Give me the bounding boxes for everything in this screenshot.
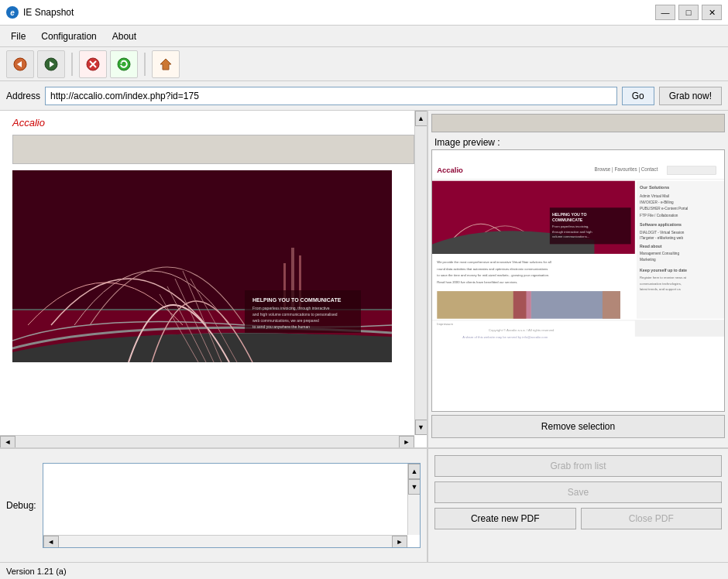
debug-scroll-left[interactable]: ◄ <box>43 536 59 548</box>
toolbar-separator-1 <box>71 53 73 76</box>
svg-text:round data activities that aut: round data activities that automates and… <box>437 267 548 271</box>
svg-text:From paperless invoicing,: From paperless invoicing, <box>552 224 589 228</box>
page-title-area: Accalio <box>0 111 427 135</box>
close-pdf-button[interactable]: Close PDF <box>581 508 723 529</box>
forward-button[interactable] <box>37 50 65 78</box>
window-controls: — □ ✕ <box>655 5 722 20</box>
remove-selection-button[interactable]: Remove selection <box>431 415 725 438</box>
home-button[interactable] <box>152 50 180 78</box>
scroll-right-arrow[interactable]: ► <box>399 436 414 448</box>
svg-text:FTP File / Collaboration: FTP File / Collaboration <box>640 214 678 218</box>
svg-text:PUBLISHER e-Content Portal: PUBLISHER e-Content Portal <box>640 207 688 211</box>
svg-text:A share of this website may be: A share of this website may be served by… <box>462 335 548 339</box>
svg-text:HELPING YOU TO COMMUNICATE: HELPING YOU TO COMMUNICATE <box>252 297 342 303</box>
maximize-button[interactable]: □ <box>678 5 699 20</box>
preview-top-bar <box>431 114 725 132</box>
preview-website: Accalio Browse | Favourites | Contact <box>432 150 724 411</box>
create-new-pdf-button[interactable]: Create new PDF <box>434 508 576 529</box>
browser-scrollbar-h[interactable]: ◄ ► <box>0 435 414 447</box>
bottom-row-buttons: Create new PDF Close PDF <box>434 508 722 529</box>
bottom-area: Debug: ▲ ▼ ◄ ► Grab from list Save Creat… <box>0 447 728 562</box>
save-button[interactable]: Save <box>434 481 722 503</box>
svg-text:Browse | Favourites | Contact: Browse | Favourites | Contact <box>594 166 658 173</box>
svg-text:DIALOGIT - Virtual Session: DIALOGIT - Virtual Session <box>640 231 685 235</box>
preview-label: Image preview : <box>431 135 725 149</box>
svg-text:Impressum: Impressum <box>437 322 453 326</box>
status-bar: Version 1.21 (a) <box>0 562 728 579</box>
debug-scroll-right[interactable]: ► <box>392 536 407 548</box>
right-bottom: Remove selection <box>431 412 725 444</box>
svg-text:Keep yourself up to date: Keep yourself up to date <box>640 268 687 272</box>
svg-text:Read about: Read about <box>640 244 662 248</box>
version-text: Version 1.21 (a) <box>6 567 67 576</box>
browser-view[interactable]: Accalio <box>0 111 427 447</box>
page-title: Accalio <box>12 117 45 128</box>
svg-rect-58 <box>603 291 620 319</box>
debug-label: Debug: <box>6 500 36 511</box>
svg-rect-61 <box>635 320 724 337</box>
scroll-up-arrow[interactable]: ▲ <box>415 111 428 126</box>
svg-text:From paperless invoicing, thro: From paperless invoicing, through intera… <box>252 306 330 310</box>
scroll-left-arrow[interactable]: ◄ <box>0 436 15 448</box>
svg-text:We provide the most comprehens: We provide the most comprehensive and in… <box>437 261 551 265</box>
menu-file[interactable]: File <box>3 28 33 45</box>
grab-from-list-button[interactable]: Grab from list <box>434 455 722 477</box>
refresh-button[interactable] <box>110 50 138 78</box>
preview-container[interactable]: Accalio Browse | Favourites | Contact <box>431 149 725 412</box>
go-button[interactable]: Go <box>622 87 654 105</box>
svg-text:web communications, we are pre: web communications, we are prepared <box>252 318 319 323</box>
app-icon: e <box>6 6 19 19</box>
svg-rect-25 <box>668 166 716 174</box>
svg-text:latest trends, and support us: latest trends, and support us <box>640 287 681 291</box>
menu-about[interactable]: About <box>105 28 144 45</box>
svg-text:Accalio: Accalio <box>437 166 463 174</box>
svg-text:volume communications...: volume communications... <box>552 235 589 238</box>
bridge-image: HELPING YOU TO COMMUNICATE From paperles… <box>12 170 392 362</box>
toolbar <box>0 47 728 81</box>
window-title: IE Snapshot <box>23 7 655 18</box>
svg-text:Register here to receive news : Register here to receive news at <box>640 276 687 279</box>
browser-panel: Accalio <box>0 111 428 447</box>
debug-scrollbar-h[interactable]: ◄ ► <box>43 535 407 547</box>
svg-text:COMMUNICATE: COMMUNICATE <box>552 218 583 222</box>
svg-rect-55 <box>437 291 526 319</box>
svg-text:to save the time and money for: to save the time and money for mid-sized… <box>437 273 549 277</box>
close-button[interactable]: ✕ <box>702 5 722 20</box>
back-button[interactable] <box>6 50 34 78</box>
debug-textarea-container: ▲ ▼ ◄ ► <box>43 463 421 548</box>
debug-panel: Debug: ▲ ▼ ◄ ► <box>0 449 428 562</box>
preview-panel: Image preview : Accalio Browse | Favouri… <box>428 111 728 447</box>
title-bar: e IE Snapshot — □ ✕ <box>0 0 728 26</box>
svg-text:Read how 2000 live clients hav: Read how 2000 live clients have benefitt… <box>437 280 517 284</box>
stop-button[interactable] <box>79 50 107 78</box>
svg-text:to send you anywhere the human: to send you anywhere the human <box>252 324 310 329</box>
debug-scroll-down[interactable]: ▼ <box>408 479 421 495</box>
scroll-track-h[interactable] <box>15 436 399 447</box>
svg-text:HELPING YOU TO: HELPING YOU TO <box>552 212 586 217</box>
browser-content: Accalio <box>0 111 427 447</box>
grab-now-button[interactable]: Grab now! <box>659 87 722 105</box>
svg-text:and high volume communications: and high volume communications to person… <box>252 312 338 317</box>
svg-text:Software applications: Software applications <box>640 222 682 227</box>
svg-text:INVOICER - e-Billing: INVOICER - e-Billing <box>640 200 674 204</box>
scroll-down-arrow[interactable]: ▼ <box>415 420 428 435</box>
browser-scrollbar-v[interactable]: ▲ ▼ <box>414 111 427 435</box>
address-label: Address <box>6 91 40 101</box>
menu-configuration[interactable]: Configuration <box>33 28 104 45</box>
scroll-track-v[interactable] <box>415 126 427 420</box>
main-content: Accalio <box>0 111 728 447</box>
svg-text:ITargeter - eMarketing web: ITargeter - eMarketing web <box>640 236 683 240</box>
svg-text:Management Consulting: Management Consulting <box>640 252 679 255</box>
address-input[interactable] <box>45 87 617 105</box>
right-action-buttons: Grab from list Save Create new PDF Close… <box>428 449 728 562</box>
svg-point-7 <box>118 58 130 70</box>
svg-rect-11 <box>12 170 392 310</box>
page-toolbar-area <box>12 135 414 164</box>
debug-scrollbar-v[interactable]: ▲ ▼ <box>407 464 420 535</box>
minimize-button[interactable]: — <box>655 5 675 20</box>
menu-bar: File Configuration About <box>0 26 728 47</box>
svg-text:Marketing: Marketing <box>640 258 656 262</box>
svg-text:Copyright © Accalio a.s.a. / A: Copyright © Accalio a.s.a. / All rights … <box>489 328 555 332</box>
address-bar: Address Go Grab now! <box>0 81 728 111</box>
debug-scroll-up[interactable]: ▲ <box>408 464 421 479</box>
